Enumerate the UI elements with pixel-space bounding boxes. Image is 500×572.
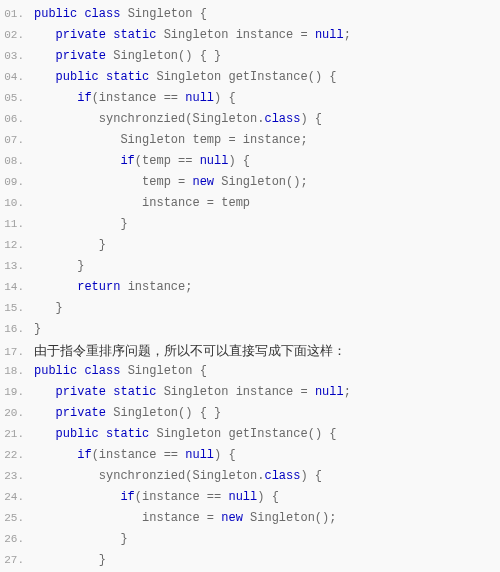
code-content: 由于指令重排序问题，所以不可以直接写成下面这样： (34, 340, 346, 361)
line-number: 16. (0, 319, 34, 340)
code-content: private Singleton() { } (34, 46, 221, 67)
code-line: 20. private Singleton() { } (0, 403, 500, 424)
code-content: temp = new Singleton(); (34, 172, 308, 193)
code-line: 25. instance = new Singleton(); (0, 508, 500, 529)
line-number: 06. (0, 109, 34, 130)
line-number: 04. (0, 67, 34, 88)
code-content: public static Singleton getInstance() { (34, 424, 336, 445)
line-number: 25. (0, 508, 34, 529)
code-line: 23. synchronzied(Singleton.class) { (0, 466, 500, 487)
line-number: 09. (0, 172, 34, 193)
code-line: 24. if(instance == null) { (0, 487, 500, 508)
line-number: 19. (0, 382, 34, 403)
code-content: public class Singleton { (34, 361, 207, 382)
code-line: 03. private Singleton() { } (0, 46, 500, 67)
code-line: 13. } (0, 256, 500, 277)
line-number: 15. (0, 298, 34, 319)
code-line: 21. public static Singleton getInstance(… (0, 424, 500, 445)
code-content: synchronzied(Singleton.class) { (34, 466, 322, 487)
code-line: 09. temp = new Singleton(); (0, 172, 500, 193)
code-line: 22. if(instance == null) { (0, 445, 500, 466)
code-line: 17.由于指令重排序问题，所以不可以直接写成下面这样： (0, 340, 500, 361)
code-line: 27. } (0, 550, 500, 571)
code-content: } (34, 550, 106, 571)
line-number: 08. (0, 151, 34, 172)
code-content: private static Singleton instance = null… (34, 382, 351, 403)
code-line: 12. } (0, 235, 500, 256)
line-number: 18. (0, 361, 34, 382)
code-line: 26. } (0, 529, 500, 550)
code-line: 19. private static Singleton instance = … (0, 382, 500, 403)
code-content: } (34, 256, 84, 277)
code-line: 18.public class Singleton { (0, 361, 500, 382)
code-line: 07. Singleton temp = instance; (0, 130, 500, 151)
code-content: } (34, 214, 128, 235)
line-number: 05. (0, 88, 34, 109)
code-line: 11. } (0, 214, 500, 235)
code-content: if(temp == null) { (34, 151, 250, 172)
code-content: } (34, 529, 128, 550)
line-number: 26. (0, 529, 34, 550)
line-number: 14. (0, 277, 34, 298)
code-content: if(instance == null) { (34, 487, 279, 508)
line-number: 23. (0, 466, 34, 487)
line-number: 22. (0, 445, 34, 466)
code-line: 08. if(temp == null) { (0, 151, 500, 172)
code-content: } (34, 319, 41, 340)
code-line: 10. instance = temp (0, 193, 500, 214)
code-line: 05. if(instance == null) { (0, 88, 500, 109)
line-number: 12. (0, 235, 34, 256)
code-line: 16.} (0, 319, 500, 340)
code-content: private Singleton() { } (34, 403, 221, 424)
code-line: 02. private static Singleton instance = … (0, 25, 500, 46)
code-content: instance = temp (34, 193, 250, 214)
line-number: 10. (0, 193, 34, 214)
line-number: 03. (0, 46, 34, 67)
code-line: 14. return instance; (0, 277, 500, 298)
code-content: public static Singleton getInstance() { (34, 67, 336, 88)
code-content: return instance; (34, 277, 192, 298)
code-content: synchronzied(Singleton.class) { (34, 109, 322, 130)
code-content: } (34, 235, 106, 256)
line-number: 20. (0, 403, 34, 424)
code-line: 01.public class Singleton { (0, 4, 500, 25)
line-number: 27. (0, 550, 34, 571)
code-content: private static Singleton instance = null… (34, 25, 351, 46)
line-number: 24. (0, 487, 34, 508)
line-number: 11. (0, 214, 34, 235)
line-number: 01. (0, 4, 34, 25)
code-line: 06. synchronzied(Singleton.class) { (0, 109, 500, 130)
code-content: public class Singleton { (34, 4, 207, 25)
line-number: 21. (0, 424, 34, 445)
line-number: 02. (0, 25, 34, 46)
code-content: Singleton temp = instance; (34, 130, 308, 151)
line-number: 07. (0, 130, 34, 151)
code-line: 04. public static Singleton getInstance(… (0, 67, 500, 88)
line-number: 13. (0, 256, 34, 277)
code-content: } (34, 298, 63, 319)
line-number: 17. (0, 342, 34, 363)
code-content: if(instance == null) { (34, 88, 236, 109)
code-content: if(instance == null) { (34, 445, 236, 466)
code-content: instance = new Singleton(); (34, 508, 336, 529)
code-block: 01.public class Singleton {02. private s… (0, 0, 500, 572)
code-line: 15. } (0, 298, 500, 319)
